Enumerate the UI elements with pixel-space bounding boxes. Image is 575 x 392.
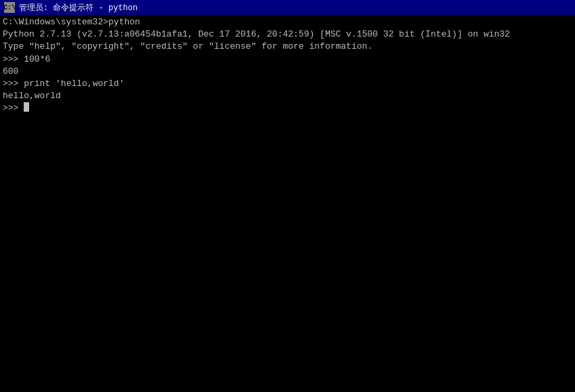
title-bar: C:\ 管理员: 命令提示符 - python (0, 0, 575, 15)
cursor (24, 102, 29, 112)
command-line-2: >>> print 'hello,world' (3, 78, 572, 90)
python-version-line: Python 2.7.13 (v2.7.13:a06454b1afa1, Dec… (3, 28, 572, 41)
prompt-3: >>> (3, 102, 24, 114)
command-line-1: >>> 100*6 (3, 53, 572, 66)
prompt-2: >>> (3, 78, 24, 90)
terminal-body[interactable]: C:\Windows\system32>python Python 2.7.13… (0, 15, 575, 392)
prompt-1: >>> (3, 53, 24, 66)
title-bar-text: 管理员: 命令提示符 - python (19, 2, 137, 14)
path-line: C:\Windows\system32>python (3, 16, 572, 28)
cmd-icon: C:\ (4, 2, 15, 13)
cmd-1: 100*6 (24, 53, 50, 66)
output-line-1: 600 (3, 66, 572, 78)
command-line-3[interactable]: >>> (3, 102, 572, 114)
output-line-2: hello,world (3, 90, 572, 102)
type-hint-line: Type "help", "copyright", "credits" or "… (3, 41, 572, 53)
cmd-2: print 'hello,world' (24, 78, 124, 90)
